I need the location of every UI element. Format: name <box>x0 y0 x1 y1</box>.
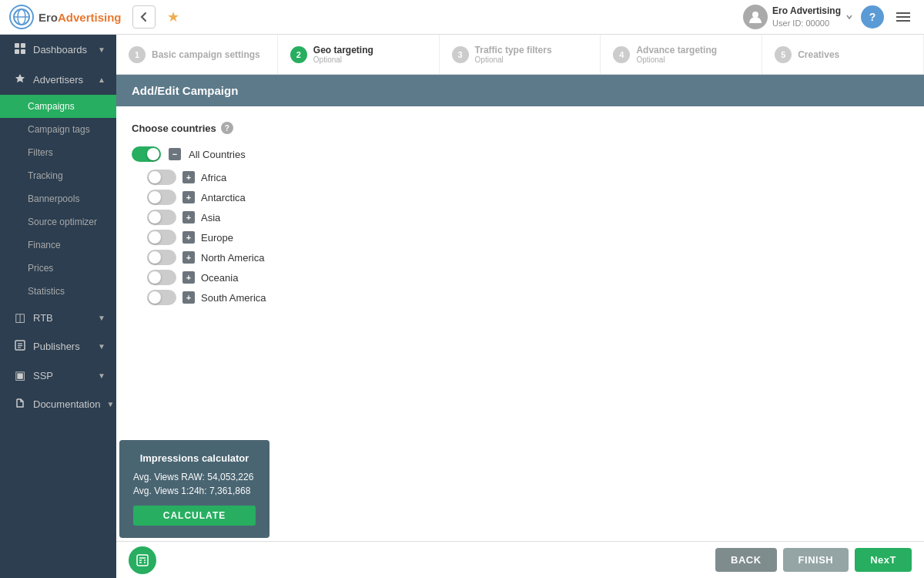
sidebar-item-rtb[interactable]: ◫ RTB ▼ <box>0 303 116 332</box>
toggle-asia[interactable] <box>147 210 176 225</box>
expand-europe[interactable]: + <box>182 231 195 244</box>
next-button[interactable]: NexT <box>855 548 912 572</box>
back-nav-button[interactable] <box>132 5 156 29</box>
sidebar-item-label: Documentation <box>33 398 100 410</box>
step-5-num: 5 <box>775 46 792 63</box>
region-row-oceania: + Oceania <box>132 270 909 285</box>
chevron-icon: ▼ <box>98 314 105 322</box>
sidebar-item-advertisers[interactable]: Advertisers ▲ <box>0 65 116 95</box>
expand-north-america[interactable]: + <box>182 251 195 264</box>
toggle-north-america[interactable] <box>147 250 176 265</box>
svg-rect-7 <box>21 49 25 54</box>
svg-rect-6 <box>15 49 19 54</box>
sidebar-item-filters[interactable]: Filters <box>0 141 116 164</box>
sidebar-item-campaigns[interactable]: Campaigns <box>0 95 116 118</box>
sidebar-item-statistics[interactable]: Statistics <box>0 280 116 303</box>
region-row-north-america: + North America <box>132 250 909 265</box>
section-title: Choose countries ? <box>132 122 909 134</box>
chevron-icon: ▼ <box>98 342 105 351</box>
all-countries-row: − All Countries <box>132 146 909 162</box>
documentation-icon <box>13 398 27 411</box>
logo-text: EroAdvertising <box>38 11 122 24</box>
expand-asia[interactable]: + <box>182 211 195 223</box>
label-africa: Africa <box>201 172 226 183</box>
sidebar-item-finance[interactable]: Finance <box>0 234 116 257</box>
ssp-icon: ▣ <box>13 368 27 382</box>
sidebar-item-bannerpools[interactable]: Bannerpools <box>0 187 116 210</box>
expand-antarctica[interactable]: + <box>182 191 195 203</box>
expand-oceania[interactable]: + <box>182 271 195 284</box>
step-4: 4 Advance targeting Optional <box>601 35 762 74</box>
step-1-num: 1 <box>129 46 146 63</box>
avatar <box>743 5 768 29</box>
calculate-button[interactable]: CALCULATE <box>133 506 256 526</box>
all-countries-toggle[interactable] <box>132 146 161 162</box>
expand-africa[interactable]: + <box>182 171 195 183</box>
sidebar-item-campaign-tags[interactable]: Campaign tags <box>0 118 116 141</box>
sidebar-item-source-optimizer[interactable]: Source optimizer <box>0 210 116 234</box>
region-row-antarctica: + Antarctica <box>132 190 909 205</box>
step-2-num: 2 <box>290 46 307 63</box>
sidebar-item-dashboards[interactable]: Dashboards ▼ <box>0 35 116 65</box>
toggle-south-america[interactable] <box>147 290 176 305</box>
sidebar-item-label: RTB <box>33 312 92 324</box>
calculator-button[interactable] <box>129 546 156 574</box>
all-countries-label: All Countries <box>189 149 246 160</box>
chevron-icon: ▲ <box>98 76 105 84</box>
label-north-america: North America <box>201 252 264 264</box>
svg-rect-12 <box>137 555 148 566</box>
user-info[interactable]: Ero Advertising User ID: 00000 <box>743 5 853 29</box>
step-4-num: 4 <box>613 46 630 63</box>
region-list: + Africa + Antarctica + Asia + Europe + … <box>132 170 909 305</box>
bottom-bar: BACK FINISH NexT <box>116 541 924 578</box>
star-button[interactable]: ★ <box>162 5 185 29</box>
step-3: 3 Traffic type filters Optional <box>440 35 601 74</box>
page-header: Add/Edit Campaign <box>116 75 924 106</box>
label-europe: Europe <box>201 232 233 244</box>
region-row-europe: + Europe <box>132 230 909 245</box>
section-help-icon[interactable]: ? <box>221 122 233 134</box>
svg-rect-4 <box>15 43 19 48</box>
toggle-oceania[interactable] <box>147 270 176 285</box>
page-title: Add/Edit Campaign <box>132 84 238 97</box>
impressions-calculator: Impressions calculator Avg. Views RAW: 5… <box>119 440 270 538</box>
sidebar-item-prices[interactable]: Prices <box>0 257 116 280</box>
sidebar-item-label: Dashboards <box>33 44 92 55</box>
all-countries-expand-icon[interactable]: − <box>169 148 181 160</box>
chevron-icon: ▼ <box>98 45 105 54</box>
toggle-europe[interactable] <box>147 230 176 245</box>
label-oceania: Oceania <box>201 272 238 284</box>
impressions-title: Impressions calculator <box>133 452 256 464</box>
toggle-africa[interactable] <box>147 170 176 185</box>
top-header: EroAdvertising ★ Ero Advertising User ID… <box>0 0 924 35</box>
sidebar-item-tracking[interactable]: Tracking <box>0 164 116 187</box>
step-5: 5 Creatives <box>762 35 924 74</box>
step-4-text: Advance targeting Optional <box>636 45 717 64</box>
sidebar: Dashboards ▼ Advertisers ▲ Campaigns Cam… <box>0 35 116 578</box>
expand-south-america[interactable]: + <box>182 291 195 304</box>
header-actions: ★ <box>132 5 735 29</box>
logo-area: EroAdvertising <box>9 5 125 29</box>
step-3-num: 3 <box>452 46 469 63</box>
header-right: Ero Advertising User ID: 00000 ? <box>743 5 915 29</box>
sidebar-item-label: Publishers <box>33 341 92 352</box>
sidebar-item-label: Advertisers <box>33 74 92 86</box>
svg-point-3 <box>752 12 758 18</box>
sidebar-item-ssp[interactable]: ▣ SSP ▼ <box>0 361 116 390</box>
chevron-down-icon <box>845 13 853 21</box>
menu-button[interactable] <box>892 5 915 29</box>
rtb-icon: ◫ <box>13 311 27 324</box>
step-1: 1 Basic campaign settings <box>116 35 278 74</box>
sidebar-item-publishers[interactable]: Publishers ▼ <box>0 332 116 361</box>
avg-views-raw: Avg. Views RAW: 54,053,226 <box>133 472 256 482</box>
chevron-icon: ▼ <box>106 400 114 408</box>
toggle-antarctica[interactable] <box>147 190 176 205</box>
dashboards-icon <box>13 42 27 57</box>
finish-button[interactable]: FINISH <box>783 548 849 572</box>
chevron-icon: ▼ <box>98 371 105 380</box>
back-button[interactable]: BACK <box>715 548 777 572</box>
help-button[interactable]: ? <box>861 5 884 29</box>
step-2: 2 Geo targeting Optional <box>278 35 440 74</box>
step-2-text: Geo targeting Optional <box>313 45 373 64</box>
sidebar-item-documentation[interactable]: Documentation ▼ <box>0 390 116 418</box>
